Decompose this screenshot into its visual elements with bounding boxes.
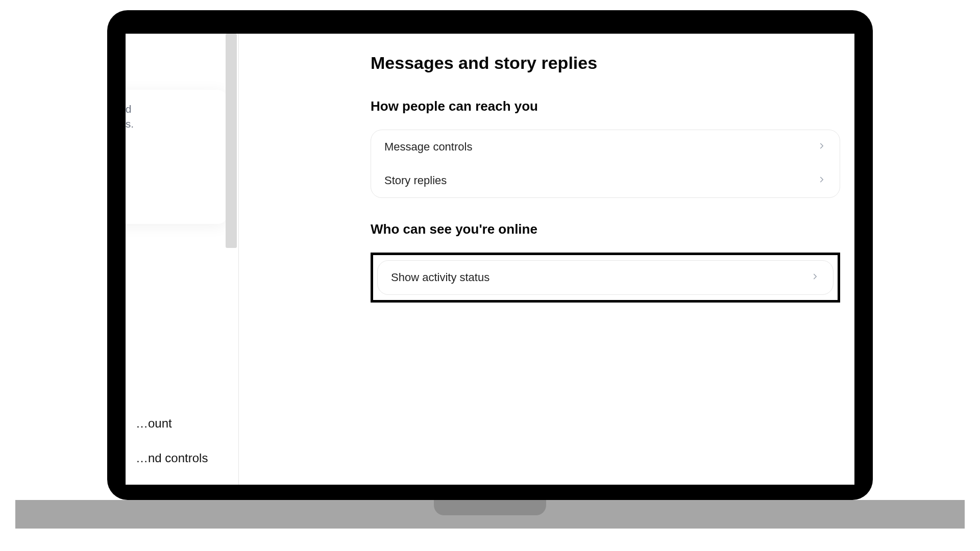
sidebar-card-text-line2: …ta technologies. [126,117,213,131]
app-window: …xperiences and …ta technologies. …ter …… [126,34,854,485]
vertical-divider [238,34,239,485]
sidebar-info-card: …xperiences and …ta technologies. …ter [126,90,228,224]
row-label-message-controls: Message controls [384,140,472,154]
row-label-story-replies: Story replies [384,174,447,187]
sidebar-nav-lower: …ount …nd controls [126,416,228,485]
chevron-right-icon [817,175,826,186]
sidebar-scrollbar[interactable] [226,34,237,248]
chevron-right-icon [817,141,826,153]
laptop-frame: …xperiences and …ta technologies. …ter …… [107,10,873,529]
sidebar-card-spacer [126,131,213,169]
row-story-replies[interactable]: Story replies [371,164,840,197]
laptop-hinge-notch [434,500,546,515]
reach-you-card: Message controls Story replies [371,130,840,198]
row-label-show-activity-status: Show activity status [391,271,489,284]
sidebar-card-text-line1: …xperiences and [126,102,213,116]
section-how-people-reach-you: How people can reach you Message control… [371,98,840,198]
online-status-card: Show activity status [377,260,834,295]
laptop-screen: …xperiences and …ta technologies. …ter …… [126,34,854,485]
section-title-online: Who can see you're online [371,221,840,237]
page-title: Messages and story replies [371,53,840,73]
section-who-can-see-online: Who can see you're online Show activity … [371,221,840,303]
settings-sidebar: …xperiences and …ta technologies. …ter …… [126,34,228,485]
sidebar-item-account[interactable]: …ount [126,416,228,431]
highlight-annotation: Show activity status [371,253,840,303]
laptop-bezel: …xperiences and …ta technologies. …ter …… [107,10,873,500]
section-title-reach: How people can reach you [371,98,840,114]
chevron-right-icon [811,272,820,283]
sidebar-item-controls[interactable]: …nd controls [126,451,228,465]
main-content: Messages and story replies How people ca… [371,53,840,303]
row-show-activity-status[interactable]: Show activity status [378,261,833,294]
sidebar-link-accounts-center[interactable]: …ter [126,193,213,206]
row-message-controls[interactable]: Message controls [371,130,840,164]
